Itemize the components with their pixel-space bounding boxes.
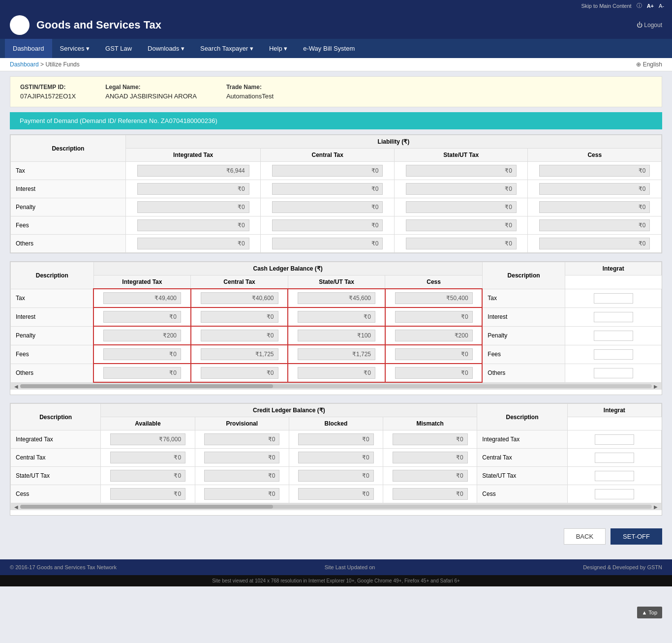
liability-central-cell: ₹0 — [261, 180, 395, 198]
scroll-left-arrow[interactable]: ◀ — [12, 384, 20, 389]
credit-right-desc-cell: State/UT Tax — [477, 467, 567, 485]
scroll-right-arrow[interactable]: ▶ — [652, 384, 660, 389]
cash-central-cell: ₹1,725 — [191, 345, 288, 364]
table-row: Integrated Tax ₹76,000 ₹0 ₹0 ₹0 Integrat… — [11, 430, 662, 449]
credit-right-input-cell[interactable] — [567, 485, 661, 503]
liability-table-wrapper: Description Liability (₹) Integrated Tax… — [10, 134, 662, 253]
liability-state-cell: ₹0 — [394, 180, 528, 198]
table-row: Interest ₹0 ₹0 ₹0 ₹0 — [11, 180, 662, 198]
credit-blocked-cell: ₹0 — [289, 430, 383, 449]
cash-scrollbar[interactable]: ◀ ▶ — [10, 383, 662, 390]
table-row: Interest ₹0 ₹0 ₹0 ₹0 Interest — [11, 307, 662, 326]
cash-right-input-cell[interactable] — [565, 307, 662, 326]
credit-desc-cell: Integrated Tax — [11, 430, 101, 449]
footer-browser-note: Site best viewed at 1024 x 768 resolutio… — [212, 578, 460, 583]
credit-right-input-cell[interactable] — [567, 430, 661, 449]
table-row: Central Tax ₹0 ₹0 ₹0 ₹0 Central Tax — [11, 449, 662, 467]
credit-mismatch-cell: ₹0 — [383, 467, 477, 485]
set-off-button[interactable]: SET-OFF — [611, 528, 662, 545]
language-button[interactable]: ⊕ English — [636, 61, 662, 68]
credit-scroll-thumb[interactable] — [20, 505, 273, 509]
nav-downloads[interactable]: Downloads ▾ — [140, 39, 192, 58]
liability-cess-cell: ₹0 — [528, 216, 662, 235]
trade-name-value: AutomationsTest — [226, 92, 274, 100]
cash-right-input-cell[interactable] — [565, 364, 662, 382]
liability-cess-cell: ₹0 — [528, 180, 662, 198]
liability-desc-cell: Others — [11, 235, 126, 253]
scroll-track[interactable] — [20, 384, 652, 388]
font-increase[interactable]: A+ — [647, 3, 654, 9]
cash-right-col-header: Integrat — [565, 262, 662, 276]
liability-col-central: Central Tax — [261, 149, 395, 162]
liability-integrated-cell: ₹0 — [125, 180, 261, 198]
legal-name-item: Legal Name: ANGAD JASBIRSINGH ARORA — [105, 84, 197, 100]
cash-cess-cell: ₹0 — [385, 307, 483, 326]
nav-help[interactable]: Help ▾ — [261, 39, 295, 58]
credit-provisional-cell: ₹0 — [195, 449, 289, 467]
credit-right-input-cell[interactable] — [567, 467, 661, 485]
credit-blocked-cell: ₹0 — [289, 485, 383, 503]
cash-right-desc-cell: Others — [482, 364, 565, 382]
footer-main: © 2016-17 Goods and Services Tax Network… — [0, 559, 672, 575]
credit-desc-cell: State/UT Tax — [11, 467, 101, 485]
gstin-label: GSTIN/TEMP ID: — [20, 84, 76, 91]
cash-integrated-cell: ₹0 — [93, 307, 191, 326]
info-box: GSTIN/TEMP ID: 07AJIPA1572EO1X Legal Nam… — [10, 76, 662, 107]
liability-desc-cell: Fees — [11, 216, 126, 235]
cash-ledger-table: Description Cash Ledger Balance (₹) Desc… — [10, 262, 662, 383]
liability-col-integrated: Integrated Tax — [125, 149, 261, 162]
cash-desc-cell: Tax — [11, 289, 94, 307]
back-button[interactable]: BACK — [564, 528, 606, 545]
credit-available-cell: ₹0 — [101, 467, 195, 485]
credit-desc-cell: Cess — [11, 485, 101, 503]
cash-state-cell: ₹45,600 — [288, 289, 385, 307]
credit-right-col-header: Integrat — [567, 404, 661, 417]
site-title: Goods and Services Tax — [36, 19, 161, 31]
nav-gst-law[interactable]: GST Law — [97, 39, 140, 58]
credit-scroll-track[interactable] — [20, 505, 652, 509]
credit-provisional-cell: ₹0 — [195, 485, 289, 503]
skip-link[interactable]: Skip to Main Content — [581, 3, 632, 9]
credit-blocked-cell: ₹0 — [289, 467, 383, 485]
cash-state-cell: ₹100 — [288, 326, 385, 345]
liability-desc-cell: Penalty — [11, 198, 126, 216]
cash-state-cell: ₹1,725 — [288, 345, 385, 364]
credit-ledger-table-wrapper: Description Credit Ledger Balance (₹) De… — [10, 403, 662, 516]
cash-right-input-cell[interactable] — [565, 289, 662, 307]
cash-cess-cell: ₹50,400 — [385, 289, 483, 307]
breadcrumb-dashboard[interactable]: Dashboard — [10, 61, 39, 68]
liability-integrated-cell: ₹0 — [125, 216, 261, 235]
nav-search-taxpayer[interactable]: Search Taxpayer ▾ — [192, 39, 261, 58]
logout-button[interactable]: ⏻ Logout — [637, 22, 662, 29]
main-content: Description Liability (₹) Integrated Tax… — [0, 134, 672, 559]
liability-central-cell: ₹0 — [261, 235, 395, 253]
cash-right-input-cell[interactable] — [565, 345, 662, 364]
trade-name-item: Trade Name: AutomationsTest — [226, 84, 274, 100]
nav-eway[interactable]: e-Way Bill System — [295, 39, 363, 58]
cash-integrated-cell: ₹200 — [93, 326, 191, 345]
liability-state-cell: ₹0 — [394, 235, 528, 253]
credit-right-input-cell[interactable] — [567, 449, 661, 467]
cash-right-desc-cell: Tax — [482, 289, 565, 307]
liability-desc-cell: Tax — [11, 162, 126, 180]
footer-copyright: © 2016-17 Goods and Services Tax Network — [10, 564, 117, 570]
credit-scrollbar[interactable]: ◀ ▶ — [10, 503, 662, 510]
nav-dashboard[interactable]: Dashboard — [5, 39, 52, 58]
liability-central-cell: ₹0 — [261, 198, 395, 216]
credit-scroll-right-arrow[interactable]: ▶ — [652, 504, 660, 510]
cash-right-desc-cell: Fees — [482, 345, 565, 364]
font-decrease[interactable]: A- — [659, 3, 664, 9]
credit-scroll-left-arrow[interactable]: ◀ — [12, 504, 20, 510]
cash-right-desc-header: Description — [482, 262, 565, 289]
cash-right-input-cell[interactable] — [565, 326, 662, 345]
nav-services[interactable]: Services ▾ — [52, 39, 97, 58]
cash-desc-cell: Penalty — [11, 326, 94, 345]
logo: 🏛 — [10, 15, 30, 35]
liability-integrated-cell: ₹0 — [125, 198, 261, 216]
cash-cess-cell: ₹0 — [385, 364, 483, 382]
liability-desc-cell: Interest — [11, 180, 126, 198]
scroll-thumb[interactable] — [20, 384, 273, 388]
liability-col-cess: Cess — [528, 149, 662, 162]
cash-integrated-cell: ₹0 — [93, 364, 191, 382]
liability-cess-cell: ₹0 — [528, 235, 662, 253]
